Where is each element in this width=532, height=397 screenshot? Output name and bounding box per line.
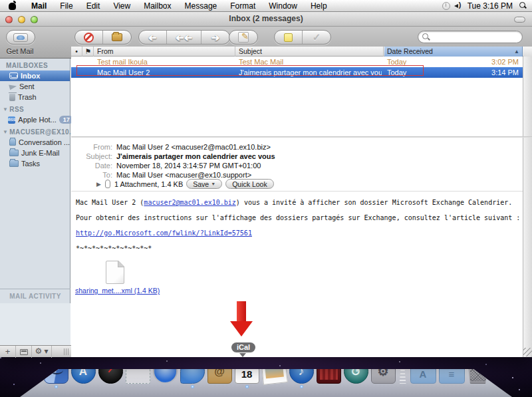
sidebar-item-conversation[interactable]: Conversation ... xyxy=(0,137,70,148)
dock-photo-booth-icon[interactable] xyxy=(317,359,341,384)
date-label: Date: xyxy=(71,162,112,170)
forward-button[interactable]: ➔ xyxy=(201,31,229,44)
search-input[interactable] xyxy=(418,31,523,43)
sent-icon xyxy=(9,83,17,90)
dock-applications-folder-icon[interactable]: A xyxy=(410,364,436,384)
dock-ical-icon[interactable]: 18 xyxy=(235,359,259,384)
annotation-red-arrow xyxy=(230,301,253,336)
activity-viewer-icon xyxy=(20,349,28,355)
menu-format[interactable]: Format xyxy=(223,0,262,12)
new-message-icon xyxy=(238,32,249,43)
dock-address-book-icon[interactable]: @ xyxy=(207,359,232,384)
volume-icon[interactable] xyxy=(454,2,464,10)
save-attachment-button[interactable]: Save▼ xyxy=(186,179,222,189)
dock-ichat-icon[interactable] xyxy=(180,359,205,384)
menu-file[interactable]: File xyxy=(53,0,79,12)
dock-trash-icon[interactable] xyxy=(467,358,489,384)
dock-safari-icon[interactable] xyxy=(153,359,178,384)
folder-icon xyxy=(9,150,19,156)
message-pane: From: Mac Mail User 2 <macuser2@mac01.ex… xyxy=(71,138,523,345)
attachment-file-icon[interactable] xyxy=(106,261,124,284)
toolbar-toggle-button[interactable] xyxy=(514,17,525,23)
menu-mailbox[interactable]: Mailbox xyxy=(137,0,178,12)
rss-header: RSS xyxy=(9,106,24,113)
attachment-summary: 1 Attachment, 1.4 KB xyxy=(114,180,183,188)
folder-icon xyxy=(9,139,16,146)
dock-time-machine-icon[interactable]: ↺ xyxy=(344,359,368,384)
sidebar-item-trash[interactable]: Trash xyxy=(0,92,70,102)
junk-button[interactable] xyxy=(103,31,131,44)
sidebar-item-apple-hot[interactable]: RSS Apple Hot... 17 xyxy=(0,114,70,125)
show-activity-button[interactable] xyxy=(16,346,32,358)
pane-resize-handle[interactable] xyxy=(64,348,68,355)
dock-finder-icon[interactable] xyxy=(44,359,68,384)
junk-email-label: Junk E-Mail xyxy=(21,149,59,157)
add-mailbox-button[interactable]: + xyxy=(0,346,16,358)
reply-button[interactable]: ➔ xyxy=(139,31,167,44)
dock-mail-icon[interactable] xyxy=(126,359,150,384)
todo-button[interactable]: ✓ xyxy=(303,31,331,44)
menu-help[interactable]: Help xyxy=(304,0,334,12)
disclosure-triangle-icon[interactable]: ▼ xyxy=(3,106,8,112)
sidebar-item-tasks[interactable]: Tasks xyxy=(0,158,70,169)
fwlink-link[interactable]: http://go.Microsoft.com/fwlink/?LinkId=5… xyxy=(76,229,252,237)
title-bar[interactable]: Inbox (2 messages) xyxy=(0,12,532,27)
rss-section[interactable]: ▼ RSS xyxy=(0,102,70,114)
apple-menu-icon[interactable] xyxy=(8,1,17,10)
column-subject[interactable]: Subject xyxy=(236,47,384,57)
menu-view[interactable]: View xyxy=(106,0,137,12)
sidebar-item-sent[interactable]: Sent xyxy=(0,81,70,92)
note-button[interactable] xyxy=(275,31,303,44)
message-scrollbar[interactable] xyxy=(523,138,532,357)
get-mail-button[interactable] xyxy=(6,30,35,45)
ical-tooltip-label: iCal xyxy=(231,342,255,352)
quick-look-button[interactable]: Quick Look xyxy=(225,179,274,189)
attachment-link[interactable]: sharing_met....xml (1.4 KB) xyxy=(75,287,160,295)
action-menu-button[interactable]: ⚙ ▾ xyxy=(32,346,52,358)
get-mail-icon xyxy=(13,33,28,42)
list-scrollbar[interactable] xyxy=(523,57,532,136)
subject-value: J'aimerais partager mon calendrier avec … xyxy=(116,152,275,160)
mail-window: Inbox (2 messages) Get Mail Delete Junk … xyxy=(0,12,532,357)
delete-button[interactable] xyxy=(75,31,103,44)
window-title: Inbox (2 messages) xyxy=(0,14,532,23)
dock-app-store-icon[interactable]: A xyxy=(71,359,96,384)
sidebar-item-junk-email[interactable]: Junk E-Mail xyxy=(0,148,70,158)
time-machine-menu-icon[interactable] xyxy=(442,2,450,10)
row-time: 3:14 PM xyxy=(491,67,519,78)
reply-all-button[interactable]: ➔➔ xyxy=(167,31,201,44)
dock-documents-folder-icon[interactable]: ≡ xyxy=(439,364,465,384)
column-unread[interactable]: • xyxy=(71,47,82,57)
menu-edit[interactable]: Edit xyxy=(80,0,107,12)
disclosure-triangle-icon[interactable]: ▶ xyxy=(96,181,101,188)
menu-window[interactable]: Window xyxy=(262,0,304,12)
dock-dashboard-icon[interactable] xyxy=(98,359,123,384)
trash-icon xyxy=(9,94,15,101)
window-resize-grip[interactable] xyxy=(523,348,532,356)
sent-label: Sent xyxy=(19,82,35,90)
from-value: Mac Mail User 2 <macuser2@mac01.ex10.biz… xyxy=(116,143,271,151)
account-section[interactable]: ▼ MACUSER@EX10... xyxy=(0,125,70,137)
screen: Mail File Edit View Mailbox Message Form… xyxy=(0,0,532,397)
disclosure-triangle-icon[interactable]: ▼ xyxy=(3,129,8,135)
ical-day-number: 18 xyxy=(241,368,253,380)
folder-icon xyxy=(9,160,19,167)
new-message-button[interactable] xyxy=(229,30,258,45)
column-date-received[interactable]: Date Received ▲ xyxy=(384,47,523,57)
conversation-label: Conversation ... xyxy=(19,138,70,146)
mailboxes-header: MAILBOXES xyxy=(0,59,70,70)
sidebar-item-inbox[interactable]: Inbox xyxy=(0,70,70,81)
attachment-summary-row: ▶ 1 Attachment, 1.4 KB Save▼ Quick Look xyxy=(96,179,274,189)
dock-iphoto-icon[interactable] xyxy=(261,358,288,385)
column-flag[interactable]: ⚑ xyxy=(83,47,94,57)
menu-mail[interactable]: Mail xyxy=(25,0,53,12)
dock-system-preferences-icon[interactable]: ⚙ xyxy=(371,359,396,384)
date-value: November 18, 2014 3:14:57 PM GMT+01:00 xyxy=(116,162,261,170)
spotlight-icon[interactable] xyxy=(519,2,527,9)
menubar-clock[interactable]: Tue 3:16 PM xyxy=(467,1,513,11)
column-from[interactable]: From xyxy=(94,47,235,57)
email-link[interactable]: macuser2@mac01.ex10.biz xyxy=(144,199,235,206)
divider xyxy=(0,289,70,289)
dock-itunes-icon[interactable]: ♪ xyxy=(289,359,314,384)
menu-message[interactable]: Message xyxy=(178,0,224,12)
